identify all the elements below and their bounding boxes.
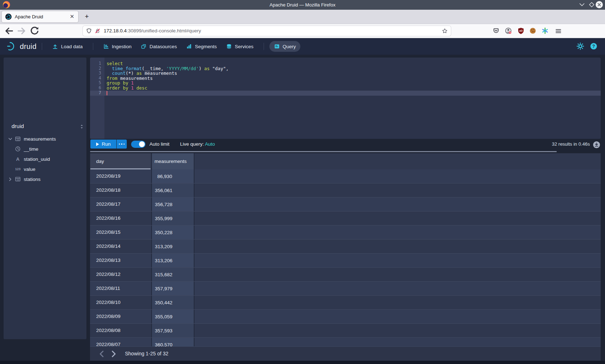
- grid-rows: 2022/08/1986,9302022/08/18356,0612022/08…: [90, 169, 601, 346]
- tree-item-station_uuid[interactable]: Astation_uuid: [4, 154, 86, 164]
- ublock-icon[interactable]: uO: [517, 27, 524, 34]
- line-number: 6: [90, 86, 104, 91]
- results-grid: day measurements 2022/08/1986,9302022/08…: [90, 153, 601, 346]
- cell-day[interactable]: 2022/08/18: [90, 183, 151, 197]
- database-icon: [226, 44, 232, 49]
- cell-measurements[interactable]: 350,442: [151, 296, 194, 309]
- cell-day[interactable]: 2022/08/17: [90, 197, 151, 211]
- double-caret-icon[interactable]: [79, 124, 84, 129]
- cell-day[interactable]: 2022/08/08: [90, 324, 151, 337]
- menu-icon[interactable]: [555, 28, 562, 35]
- nav-item-datasources[interactable]: Datasources: [136, 41, 182, 52]
- cell-day[interactable]: 2022/08/15: [90, 226, 151, 239]
- cell-measurements[interactable]: 86,930: [151, 169, 194, 183]
- settings-gear-icon[interactable]: [577, 42, 584, 50]
- cell-day[interactable]: 2022/08/07: [90, 338, 151, 346]
- cookie-extension-icon[interactable]: [529, 27, 536, 34]
- cell-day[interactable]: 2022/08/19: [90, 169, 151, 183]
- cell-measurements[interactable]: 356,728: [151, 197, 194, 211]
- help-icon[interactable]: ?: [590, 42, 597, 50]
- line-number: 5: [90, 81, 104, 86]
- tree-item-measurements[interactable]: measurements: [4, 134, 86, 144]
- nav-item-ingestion[interactable]: Ingestion: [99, 41, 136, 52]
- reload-button[interactable]: [30, 26, 40, 36]
- line-number: 3: [90, 71, 104, 76]
- sql-editor[interactable]: 1234567 select time_format(__time, 'YYYY…: [90, 58, 601, 139]
- column-header-measurements[interactable]: measurements: [151, 153, 194, 169]
- cell-day[interactable]: 2022/08/12: [90, 268, 151, 281]
- cell-measurements[interactable]: 350,228: [151, 226, 194, 239]
- gantt-icon: [103, 44, 109, 49]
- asterisk-extension-icon[interactable]: [542, 27, 548, 34]
- window-close-icon[interactable]: [595, 1, 603, 9]
- run-more-button[interactable]: [117, 140, 127, 149]
- cell-measurements[interactable]: 355,999: [151, 211, 194, 225]
- cell-measurements[interactable]: 357,593: [151, 324, 194, 337]
- nav-item-segments[interactable]: Segments: [182, 41, 221, 52]
- browser-tab[interactable]: Apache Druid ✕: [2, 11, 78, 22]
- url-bar[interactable]: 172.18.0.4:30899/unified-console.html#qu…: [83, 26, 451, 36]
- line-number: 1: [90, 61, 104, 66]
- line-number: 7: [90, 91, 104, 96]
- tab-close-icon[interactable]: ✕: [69, 11, 75, 22]
- nav-item-services[interactable]: Services: [221, 41, 258, 52]
- bookmark-star-icon[interactable]: [442, 28, 448, 34]
- cell-day[interactable]: 2022/08/13: [90, 254, 151, 267]
- previous-page-icon[interactable]: [97, 349, 107, 359]
- nav-item-load-data[interactable]: Load data: [48, 41, 87, 52]
- cell-day[interactable]: 2022/08/14: [90, 240, 151, 253]
- grid-scrollbar[interactable]: [90, 151, 557, 152]
- tree-item-stations[interactable]: stations: [4, 174, 86, 184]
- new-tab-button[interactable]: +: [82, 12, 92, 22]
- download-results-icon[interactable]: [593, 141, 600, 149]
- tracking-shield-icon[interactable]: [86, 28, 92, 34]
- nav-item-label: Services: [235, 44, 254, 49]
- cell-measurements[interactable]: 355,059: [151, 310, 194, 323]
- cell-day[interactable]: 2022/08/11: [90, 282, 151, 295]
- cell-measurements[interactable]: 357,979: [151, 282, 194, 295]
- tree-item-label: measurements: [24, 136, 56, 142]
- insecure-lock-icon[interactable]: [95, 28, 100, 34]
- text-cursor: [107, 91, 107, 95]
- chevron-right-icon[interactable]: [8, 177, 13, 182]
- tree-item-value[interactable]: 123value: [4, 164, 86, 174]
- window-minimize-icon[interactable]: [578, 1, 586, 9]
- live-query-label[interactable]: Live query: Auto: [180, 140, 215, 149]
- back-button[interactable]: [4, 26, 14, 36]
- pocket-icon[interactable]: [493, 27, 499, 34]
- auto-limit-toggle[interactable]: [131, 141, 145, 148]
- nav-item-label: Ingestion: [112, 44, 132, 49]
- stack-icon: [141, 44, 147, 49]
- cell-measurements[interactable]: 313,209: [151, 240, 194, 253]
- tree-item-label: __time: [24, 146, 39, 152]
- window-titlebar: Apache Druid — Mozilla Firefox: [0, 0, 605, 10]
- druid-brand[interactable]: druid: [6, 41, 36, 52]
- numeric-icon: 123: [15, 166, 21, 172]
- live-query-value[interactable]: Auto: [205, 141, 215, 147]
- window-bottom-edge: [0, 361, 605, 364]
- url-path: :30899/unified-console.html#query: [127, 28, 201, 33]
- cell-measurements[interactable]: 356,061: [151, 183, 194, 197]
- run-button[interactable]: Run: [90, 140, 116, 149]
- firefox-window: Apache Druid — Mozilla Firefox Apache Dr…: [0, 0, 605, 364]
- forward-button[interactable]: [17, 26, 27, 36]
- cell-measurements[interactable]: 315,682: [151, 268, 194, 281]
- grid-header: day measurements: [90, 153, 601, 169]
- cell-day[interactable]: 2022/08/09: [90, 310, 151, 323]
- cell-measurements[interactable]: 360,570: [151, 338, 194, 346]
- chevron-down-icon[interactable]: [8, 137, 13, 141]
- tree-item-__time[interactable]: __time: [4, 144, 86, 154]
- next-page-icon[interactable]: [109, 349, 118, 359]
- cell-measurements[interactable]: 313,206: [151, 254, 194, 267]
- line-number: 4: [90, 76, 104, 81]
- cell-day[interactable]: 2022/08/16: [90, 211, 151, 225]
- column-header-day-label: day: [96, 153, 104, 169]
- nav-item-query[interactable]: Query: [269, 41, 301, 52]
- datasource-title[interactable]: druid: [12, 123, 24, 129]
- column-header-day[interactable]: day: [90, 153, 151, 169]
- account-icon[interactable]: [505, 27, 512, 34]
- window-maximize-icon[interactable]: [588, 1, 596, 9]
- cell-day[interactable]: 2022/08/10: [90, 296, 151, 309]
- code-line: group by 1: [107, 81, 601, 86]
- table-row: 2022/08/10350,442: [90, 296, 601, 310]
